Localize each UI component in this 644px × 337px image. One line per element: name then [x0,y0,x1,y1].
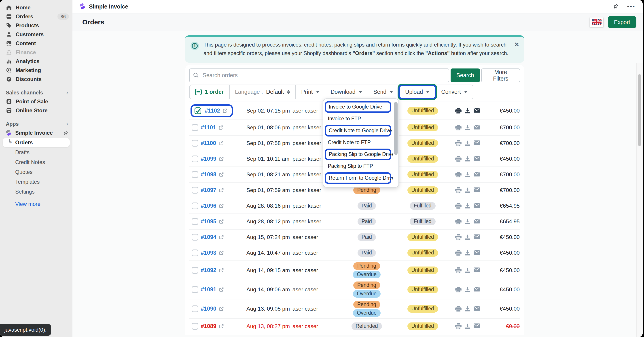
email-icon[interactable] [474,287,480,292]
app-nav-orders[interactable]: ↳Orders [3,138,70,147]
email-icon[interactable] [474,156,480,162]
print-icon[interactable] [455,108,462,114]
menu-item-invoice-to-google-drive[interactable]: Invoice to Google Drive [325,101,391,113]
print-icon[interactable] [455,250,462,256]
download-icon[interactable] [465,203,470,209]
print-icon[interactable] [455,306,462,312]
print-icon[interactable] [455,125,462,130]
external-link-icon[interactable] [222,108,228,113]
email-icon[interactable] [474,172,480,177]
external-link-icon[interactable] [219,268,224,273]
external-link-icon[interactable] [219,323,224,329]
sidebar-item-customers[interactable]: Customers [0,30,72,39]
app-nav-credit-notes[interactable]: Credit Notes [3,158,70,167]
menu-item-credit-note-to-google-drive[interactable]: Credit Note to Google Drive [325,125,391,137]
download-icon[interactable] [465,234,470,240]
print-icon[interactable] [455,287,462,292]
menu-item-invoice-to-ftp[interactable]: Invoice to FTP [323,114,393,124]
print-icon[interactable] [455,203,462,209]
order-link[interactable]: #1098 [201,171,224,178]
select-all-checkbox[interactable] [195,89,202,95]
external-link-icon[interactable] [219,156,224,162]
download-icon[interactable] [465,140,470,146]
order-link[interactable]: #1097 [201,187,224,193]
row-checkbox[interactable] [192,234,198,241]
download-icon[interactable] [465,125,470,130]
sidebar-item-online-store[interactable]: Online Store [0,106,72,115]
email-icon[interactable] [474,108,480,114]
order-link[interactable]: #1091 [201,286,224,293]
external-link-icon[interactable] [218,125,224,130]
download-icon[interactable] [465,172,470,177]
app-nav-settings[interactable]: Settings [3,187,70,196]
row-checkbox[interactable] [192,218,198,225]
row-checkbox[interactable] [192,249,198,256]
dropdown-scrollbar-thumb[interactable] [394,102,398,155]
external-link-icon[interactable] [219,287,224,292]
more-menu-icon[interactable]: ••• [627,3,636,10]
email-icon[interactable] [474,187,480,193]
print-icon[interactable] [455,234,462,240]
email-icon[interactable] [474,125,480,130]
order-link[interactable]: #1100 [201,140,224,146]
external-link-icon[interactable] [219,203,224,209]
email-icon[interactable] [474,219,480,224]
download-icon[interactable] [465,219,470,224]
download-dropdown-button[interactable]: Download [325,85,368,99]
external-link-icon[interactable] [219,188,224,193]
sidebar-item-point-of-sale[interactable]: Point of Sale [0,97,72,106]
order-link[interactable]: #1093 [201,249,224,256]
order-link[interactable]: #1101 [201,124,224,131]
order-link[interactable]: #1092 [201,267,224,273]
sidebar-item-orders[interactable]: Orders 86 [0,12,72,21]
upload-dropdown-button[interactable]: Upload [398,85,436,99]
menu-item-return-form-to-ftp[interactable]: Return Form to FTP [323,185,393,188]
row-checkbox[interactable] [192,156,198,162]
search-input[interactable] [189,69,449,82]
selection-cell[interactable]: 1 order [190,85,230,99]
page-scrollbar-thumb[interactable] [638,74,641,146]
sidebar-item-discounts[interactable]: Discounts [0,75,72,84]
print-icon[interactable] [455,219,462,224]
print-icon[interactable] [455,323,462,329]
export-button[interactable]: Export [608,16,636,28]
order-link[interactable]: #1099 [201,156,224,162]
row-checkbox[interactable] [192,323,198,329]
menu-item-return-form-to-google-drive[interactable]: Return Form to Google Drive [325,172,391,184]
row-checkbox[interactable] [192,124,198,131]
download-icon[interactable] [465,250,470,256]
sidebar-section-apps[interactable]: Apps › [0,120,72,128]
email-icon[interactable] [474,267,480,273]
menu-item-packing-slip-to-ftp[interactable]: Packing Slip to FTP [323,161,393,171]
download-icon[interactable] [465,323,470,329]
language-select[interactable]: Language : Default [230,85,296,99]
page-scrollbar[interactable] [636,63,643,337]
pin-icon[interactable] [613,4,618,9]
email-icon[interactable] [474,140,480,146]
sidebar-section-sales-channels[interactable]: Sales channels › [0,88,72,97]
order-link[interactable]: #1095 [201,218,224,225]
email-icon[interactable] [474,306,480,312]
row-checkbox[interactable] [192,187,198,194]
row-checkbox[interactable] [192,171,198,178]
app-nav-quotes[interactable]: Quotes [3,167,70,177]
row-checkbox[interactable] [194,107,201,114]
sidebar-item-content[interactable]: Content [0,39,72,48]
sidebar-item-simple-invoice[interactable]: Simple Invoice [0,128,72,137]
pin-icon[interactable] [63,130,68,135]
email-icon[interactable] [474,234,480,240]
email-icon[interactable] [474,250,480,256]
download-icon[interactable] [465,287,470,292]
convert-dropdown-button[interactable]: Convert [436,85,473,99]
order-link[interactable]: #1102 [205,107,228,114]
email-icon[interactable] [474,203,480,209]
external-link-icon[interactable] [219,250,224,255]
send-dropdown-button[interactable]: Send [368,85,399,99]
order-link[interactable]: #1094 [201,234,224,240]
print-dropdown-button[interactable]: Print [296,85,325,99]
sidebar-item-analytics[interactable]: Analytics [0,57,72,66]
view-more-link[interactable]: View more [3,201,70,207]
print-icon[interactable] [455,267,462,273]
language-flag-button[interactable] [590,18,603,27]
menu-item-packing-slip-to-google-drive[interactable]: Packing Slip to Google Drive [325,149,391,160]
